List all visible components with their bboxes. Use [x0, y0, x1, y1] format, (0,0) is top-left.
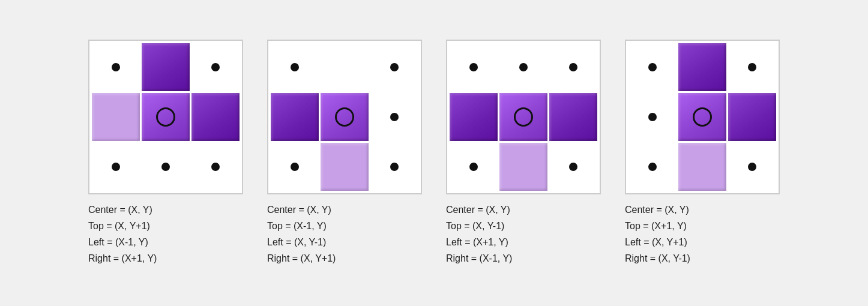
dot-icon: [390, 163, 399, 171]
grid-wrapper-diagram2: [267, 40, 422, 194]
dot-icon: [569, 163, 577, 171]
label-line-2: Left = (X, Y-1): [267, 234, 336, 250]
label-line-0: Center = (X, Y): [267, 202, 336, 218]
dot-icon: [569, 63, 577, 71]
dot-icon: [390, 113, 399, 121]
label-line-1: Top = (X+1, Y): [625, 218, 690, 234]
cell-diagram2-top-center: [321, 43, 369, 91]
label-line-1: Top = (X, Y+1): [88, 218, 157, 234]
cell-diagram1-top-right: [191, 43, 240, 91]
label-line-0: Center = (X, Y): [625, 202, 690, 218]
cell-diagram3-top-right: [549, 43, 597, 91]
dot-icon: [748, 63, 756, 71]
cell-diagram4-mid-left: [628, 93, 677, 141]
grid-diagram2: [271, 43, 418, 191]
label-line-2: Left = (X+1, Y): [446, 234, 512, 250]
labels-diagram1: Center = (X, Y)Top = (X, Y+1)Left = (X-1…: [88, 202, 157, 267]
cell-diagram2-bot-center: [321, 143, 369, 191]
cell-diagram2-mid-center: [321, 93, 369, 141]
dot-icon: [648, 63, 657, 71]
cell-diagram3-top-center: [499, 43, 547, 91]
dot-icon: [390, 63, 399, 71]
grid-diagram4: [628, 43, 776, 191]
cell-diagram3-bot-right: [549, 143, 597, 191]
dot-icon: [291, 63, 299, 71]
cell-diagram2-top-left: [271, 43, 319, 91]
cell-diagram2-top-right: [370, 43, 418, 91]
dot-icon: [112, 163, 120, 171]
label-line-3: Right = (X+1, Y): [88, 250, 157, 266]
diagram-col-diagram2: Center = (X, Y)Top = (X-1, Y)Left = (X, …: [267, 40, 422, 267]
center-circle-icon: [335, 107, 354, 127]
cell-diagram4-top-center: [678, 43, 726, 91]
label-line-3: Right = (X-1, Y): [446, 250, 512, 266]
dot-icon: [469, 63, 478, 71]
cell-diagram4-bot-left: [628, 143, 677, 191]
labels-diagram2: Center = (X, Y)Top = (X-1, Y)Left = (X, …: [267, 202, 336, 267]
label-line-3: Right = (X, Y-1): [625, 250, 690, 266]
cell-diagram3-top-left: [450, 43, 498, 91]
labels-diagram3: Center = (X, Y)Top = (X, Y-1)Left = (X+1…: [446, 202, 512, 267]
center-circle-icon: [693, 107, 712, 127]
cell-diagram1-mid-right: [191, 93, 240, 141]
labels-diagram4: Center = (X, Y)Top = (X+1, Y)Left = (X, …: [625, 202, 690, 267]
cell-diagram1-bot-left: [92, 143, 140, 191]
diagram-col-diagram4: Center = (X, Y)Top = (X+1, Y)Left = (X, …: [625, 40, 780, 267]
dot-icon: [211, 63, 220, 71]
dot-icon: [748, 163, 756, 171]
cell-diagram2-bot-right: [370, 143, 418, 191]
label-line-1: Top = (X-1, Y): [267, 218, 336, 234]
cell-diagram4-bot-center: [678, 143, 726, 191]
cell-diagram1-top-center: [142, 43, 190, 91]
grid-wrapper-diagram1: [88, 40, 243, 194]
cell-diagram4-mid-center: [678, 93, 726, 141]
cell-diagram3-bot-left: [450, 143, 498, 191]
cell-diagram2-bot-left: [271, 143, 319, 191]
dot-icon: [519, 63, 528, 71]
dot-icon: [161, 163, 170, 171]
center-circle-icon: [156, 107, 175, 127]
diagram-col-diagram1: Center = (X, Y)Top = (X, Y+1)Left = (X-1…: [88, 40, 243, 267]
label-line-3: Right = (X, Y+1): [267, 250, 336, 266]
cell-diagram1-mid-left: [92, 93, 140, 141]
cell-diagram2-mid-left: [271, 93, 319, 141]
dot-icon: [211, 163, 220, 171]
label-line-0: Center = (X, Y): [88, 202, 157, 218]
label-line-0: Center = (X, Y): [446, 202, 512, 218]
cell-diagram4-mid-right: [728, 93, 776, 141]
cell-diagram4-top-left: [628, 43, 677, 91]
center-circle-icon: [514, 107, 533, 127]
grid-wrapper-diagram3: [446, 40, 601, 194]
dot-icon: [648, 163, 657, 171]
cell-diagram3-bot-center: [499, 143, 547, 191]
dot-icon: [112, 63, 120, 71]
cell-diagram2-mid-right: [370, 93, 418, 141]
cell-diagram3-mid-center: [499, 93, 547, 141]
cell-diagram1-bot-right: [191, 143, 240, 191]
dot-icon: [648, 113, 657, 121]
cell-diagram1-mid-center: [142, 93, 190, 141]
cell-diagram4-bot-right: [728, 143, 776, 191]
dot-icon: [291, 163, 299, 171]
cell-diagram4-top-right: [728, 43, 776, 91]
label-line-2: Left = (X-1, Y): [88, 234, 157, 250]
cell-diagram3-mid-right: [549, 93, 597, 141]
diagram-col-diagram3: Center = (X, Y)Top = (X, Y-1)Left = (X+1…: [446, 40, 601, 267]
dot-icon: [469, 163, 478, 171]
grid-wrapper-diagram4: [625, 40, 780, 194]
cell-diagram3-mid-left: [450, 93, 498, 141]
cell-diagram1-bot-center: [142, 143, 190, 191]
cell-diagram1-top-left: [92, 43, 140, 91]
grid-diagram3: [450, 43, 597, 191]
grid-diagram1: [92, 43, 240, 191]
main-container: Center = (X, Y)Top = (X, Y+1)Left = (X-1…: [64, 28, 804, 279]
label-line-2: Left = (X, Y+1): [625, 234, 690, 250]
label-line-1: Top = (X, Y-1): [446, 218, 512, 234]
